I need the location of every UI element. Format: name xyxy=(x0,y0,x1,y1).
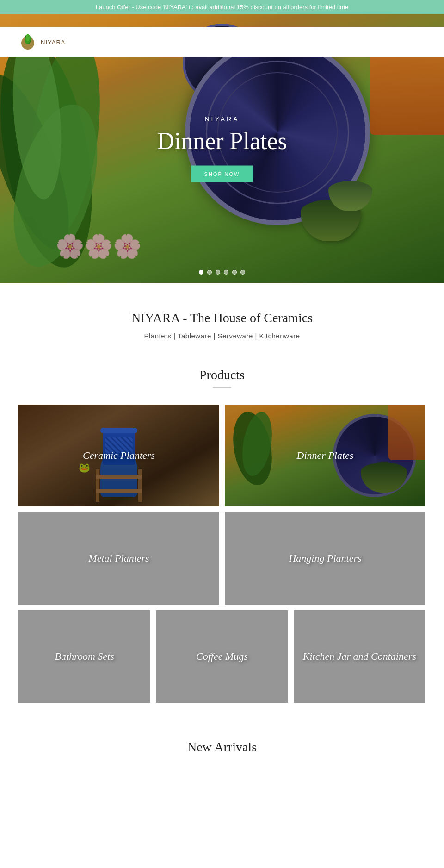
nav-cart[interactable]: $ xyxy=(422,38,426,46)
logo-text: NIYARA xyxy=(41,39,65,46)
hero-title: Dinner Plates xyxy=(157,127,287,155)
dinner-plates-overlay: Dinner Plates xyxy=(225,405,426,506)
section-divider xyxy=(213,387,231,388)
slider-dots xyxy=(199,270,245,275)
dot-1[interactable] xyxy=(199,270,204,275)
shop-now-button[interactable]: SHOP NOW xyxy=(191,166,253,182)
dot-4[interactable] xyxy=(224,270,228,275)
svg-point-3 xyxy=(26,34,30,41)
brand-section: NIYARA - The House of Ceramics Planters … xyxy=(0,283,444,358)
nav-home[interactable]: HOME xyxy=(271,39,290,45)
brand-tagline: Planters | Tableware | Serveware | Kitch… xyxy=(18,332,426,340)
products-section: Products 🐸 xyxy=(0,358,444,721)
bathroom-sets-overlay: Bathroom Sets xyxy=(18,610,150,703)
product-grid-row3: Bathroom Sets Coffee Mugs Kitchen Jar an… xyxy=(18,610,426,703)
product-card-kitchen-jar[interactable]: Kitchen Jar and Containers xyxy=(294,610,426,703)
coffee-mugs-overlay: Coffee Mugs xyxy=(156,610,288,703)
product-grid-row2: Metal Planters Hanging Planters xyxy=(18,512,426,605)
product-card-bathroom-sets[interactable]: Bathroom Sets xyxy=(18,610,150,703)
dot-5[interactable] xyxy=(232,270,237,275)
nav-contact[interactable]: CONTACT US xyxy=(366,39,409,45)
product-card-dinner-plates[interactable]: Dinner Plates xyxy=(225,405,426,506)
product-card-metal-planters[interactable]: Metal Planters xyxy=(18,512,219,605)
bathroom-sets-label: Bathroom Sets xyxy=(50,646,119,667)
dinner-plates-label: Dinner Plates xyxy=(292,445,358,466)
dot-3[interactable] xyxy=(216,270,220,275)
product-card-hanging-planters[interactable]: Hanging Planters xyxy=(225,512,426,605)
product-grid-row1: 🐸 Ceramic Planters xyxy=(18,405,426,506)
dot-2[interactable] xyxy=(207,270,212,275)
new-arrivals-title: New Arrivals xyxy=(18,740,426,755)
new-arrivals-section: New Arrivals xyxy=(0,721,444,768)
dot-6[interactable] xyxy=(240,270,245,275)
hero-brand: NIYARA xyxy=(157,115,287,123)
nav-shop[interactable]: SHOP xyxy=(303,39,321,45)
products-title: Products xyxy=(18,368,426,382)
header: NIYARA HOME SHOP BLOG CONTACT US $ xyxy=(0,27,444,57)
main-nav: HOME SHOP BLOG CONTACT US $ xyxy=(271,38,426,46)
kitchen-jar-overlay: Kitchen Jar and Containers xyxy=(294,610,426,703)
announcement-text: Launch Offer - Use code 'NIYARA' to avai… xyxy=(96,4,348,11)
hanging-planters-overlay: Hanging Planters xyxy=(225,512,426,605)
coffee-mugs-label: Coffee Mugs xyxy=(191,646,253,667)
logo-icon xyxy=(18,33,37,51)
hero-content: NIYARA Dinner Plates SHOP NOW xyxy=(157,115,287,182)
brand-title: NIYARA - The House of Ceramics xyxy=(18,311,426,325)
announcement-bar: Launch Offer - Use code 'NIYARA' to avai… xyxy=(0,0,444,14)
product-card-coffee-mugs[interactable]: Coffee Mugs xyxy=(156,610,288,703)
nav-blog[interactable]: BLOG xyxy=(334,39,353,45)
ceramic-planters-label: Ceramic Planters xyxy=(78,445,160,466)
ceramic-planters-overlay: Ceramic Planters xyxy=(18,405,219,506)
hanging-planters-label: Hanging Planters xyxy=(284,548,366,569)
product-card-ceramic-planters[interactable]: 🐸 Ceramic Planters xyxy=(18,405,219,506)
metal-planters-label: Metal Planters xyxy=(84,548,154,569)
logo-area[interactable]: NIYARA xyxy=(18,33,65,51)
metal-planters-overlay: Metal Planters xyxy=(18,512,219,605)
kitchen-jar-label: Kitchen Jar and Containers xyxy=(298,646,421,667)
